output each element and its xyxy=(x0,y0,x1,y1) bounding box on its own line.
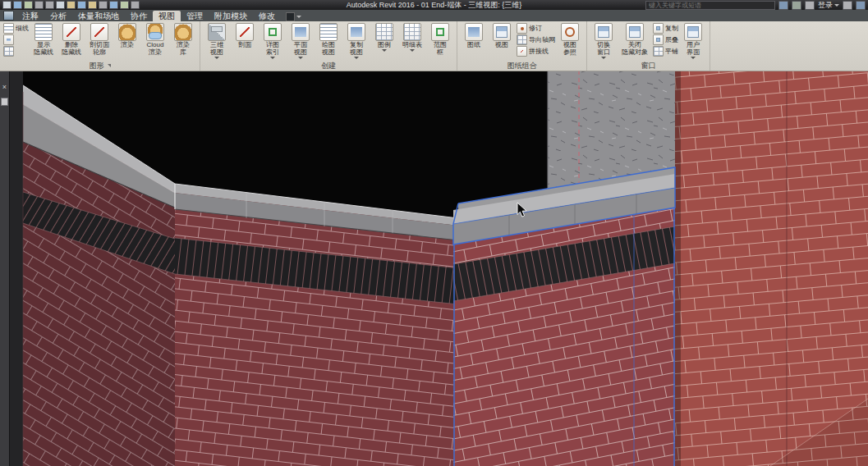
view-reference-icon xyxy=(561,23,579,41)
selected-wall[interactable] xyxy=(453,167,675,466)
sync-icon[interactable] xyxy=(24,1,33,9)
chevron-down-icon xyxy=(270,57,275,59)
user-interface-button[interactable]: 用户 界面 xyxy=(680,23,706,59)
default-3d-view-icon[interactable] xyxy=(109,1,118,9)
matchline-icon xyxy=(517,46,527,57)
switch-windows-button[interactable]: 切换 窗口 xyxy=(590,23,617,59)
modify-selector-icon xyxy=(286,12,295,21)
tab-addins[interactable]: 附加模块 xyxy=(209,11,253,21)
schedules-button[interactable]: 明细表 xyxy=(399,23,425,52)
replicate-icon xyxy=(653,23,664,34)
graphic-display-options-button[interactable] xyxy=(3,34,29,45)
panel-sheet-icon[interactable] xyxy=(1,98,8,106)
tab-collaborate[interactable]: 协作 xyxy=(125,11,153,21)
duplicate-view-button[interactable]: 复制 视图 xyxy=(343,23,370,59)
tab-modify[interactable]: 修改 xyxy=(253,11,281,21)
panel-sheet-composition: 图纸 视图 修订 导向轴网 拼接线 xyxy=(457,21,587,71)
tab-massing-site[interactable]: 体量和场地 xyxy=(72,11,125,21)
thin-lines-button[interactable]: 细线 xyxy=(3,23,29,34)
undo-icon[interactable] xyxy=(34,1,44,9)
place-view-button[interactable]: 视图 xyxy=(489,23,515,48)
ribbon-empty-space xyxy=(710,21,868,71)
scope-box-icon xyxy=(431,23,449,41)
place-view-icon xyxy=(493,23,511,41)
render-gallery-button[interactable]: 渲染 库 xyxy=(170,23,196,56)
panel-label-text: 窗口 xyxy=(641,61,656,71)
matchline-button[interactable]: 拼接线 xyxy=(517,46,555,57)
close-hidden-button[interactable]: 关闭 隐藏对象 xyxy=(618,23,651,56)
visibility-graphics-button[interactable] xyxy=(3,46,29,57)
button-label: 关闭 隐藏对象 xyxy=(622,41,648,56)
button-label: Cloud 渲染 xyxy=(147,41,164,56)
show-hidden-lines-button[interactable]: 显示 隐藏线 xyxy=(30,23,57,56)
tab-analyze[interactable]: 分析 xyxy=(44,11,72,21)
search-input[interactable] xyxy=(645,1,775,10)
chevron-down-icon xyxy=(354,57,359,59)
3d-viewport[interactable] xyxy=(9,71,868,466)
open-icon[interactable] xyxy=(2,1,11,9)
sheet-icon xyxy=(465,23,483,41)
scope-box-button[interactable]: 范围 框 xyxy=(427,23,453,56)
cut-profile-button[interactable]: 剖切面 轮廓 xyxy=(86,23,113,56)
view-reference-button[interactable]: 视图 参照 xyxy=(557,23,583,56)
sign-in-button[interactable]: 登录 xyxy=(818,0,839,11)
callout-button[interactable]: 详图 索引 xyxy=(259,23,286,59)
tag-icon[interactable] xyxy=(88,1,97,9)
tab-view[interactable]: 视图 xyxy=(153,11,181,21)
cascade-button[interactable]: 层叠 xyxy=(653,34,678,45)
render-in-cloud-button[interactable]: Cloud 渲染 xyxy=(142,23,168,56)
favorites-icon[interactable] xyxy=(805,1,815,10)
panel-label-text: 图形 xyxy=(90,61,104,71)
tab-manage[interactable]: 管理 xyxy=(181,11,209,21)
dialog-launcher-icon[interactable] xyxy=(108,64,111,67)
callout-icon xyxy=(264,23,282,41)
button-label: 三维 视图 xyxy=(210,41,223,56)
print-icon[interactable] xyxy=(56,1,65,9)
drafting-view-button[interactable]: 绘图 视图 xyxy=(315,23,342,56)
redo-icon[interactable] xyxy=(45,1,54,9)
window-title: Autodesk Revit 2016 - 01 End-端体 - 三维视图: … xyxy=(347,0,522,11)
tile-button[interactable]: 平铺 xyxy=(653,46,678,57)
panel-label-create: 创建 xyxy=(200,61,457,71)
revisions-icon xyxy=(517,23,527,34)
text-icon[interactable] xyxy=(99,1,108,9)
button-label: 平铺 xyxy=(665,47,678,56)
3d-view-button[interactable]: 三维 视图 xyxy=(204,23,230,59)
help-icon[interactable] xyxy=(856,1,866,10)
plan-views-button[interactable]: 平面 视图 xyxy=(287,23,314,59)
sheet-button[interactable]: 图纸 xyxy=(461,23,487,48)
app-menu-icon[interactable] xyxy=(3,11,14,21)
chevron-down-icon xyxy=(382,49,387,52)
section-button[interactable]: 剖面 xyxy=(232,23,258,48)
button-label: 剖切面 轮廓 xyxy=(90,41,109,56)
legends-button[interactable]: 图例 xyxy=(371,23,397,52)
remove-hidden-lines-button[interactable]: 删除 隐藏线 xyxy=(58,23,85,56)
aligned-dimension-icon[interactable] xyxy=(77,1,86,9)
tab-annotate[interactable]: 注释 xyxy=(16,11,44,21)
guide-grid-button[interactable]: 导向轴网 xyxy=(517,34,555,45)
modify-selector[interactable] xyxy=(286,12,301,21)
ribbon-tab-bar: 注释 分析 体量和场地 协作 视图 管理 附加模块 修改 xyxy=(0,10,868,21)
render-button[interactable]: 渲染 xyxy=(114,23,140,48)
communication-center-icon[interactable] xyxy=(792,1,801,10)
revisions-button[interactable]: 修订 xyxy=(517,23,555,34)
exchange-apps-icon[interactable] xyxy=(843,1,852,10)
side-panel-strip: × xyxy=(0,71,10,466)
close-icon[interactable]: × xyxy=(0,84,9,91)
chevron-down-icon xyxy=(214,57,219,59)
render-cloud-icon xyxy=(146,23,164,41)
thin-lines-qat-icon[interactable] xyxy=(131,1,140,9)
save-icon[interactable] xyxy=(13,1,22,9)
panel-label-windows: 窗口 xyxy=(587,61,710,71)
replicate-button[interactable]: 复制 xyxy=(653,23,678,34)
section-icon[interactable] xyxy=(120,1,129,9)
measure-icon[interactable] xyxy=(67,1,76,9)
front-brick-wall[interactable] xyxy=(175,184,458,466)
button-label: 范围 框 xyxy=(434,41,447,56)
button-label: 拼接线 xyxy=(529,47,549,56)
search-binoculars-icon[interactable] xyxy=(778,1,788,10)
button-label: 切换 窗口 xyxy=(597,41,610,56)
button-label: 渲染 库 xyxy=(177,41,190,56)
right-brick-wall[interactable] xyxy=(675,71,868,466)
button-label: 层叠 xyxy=(665,35,678,44)
